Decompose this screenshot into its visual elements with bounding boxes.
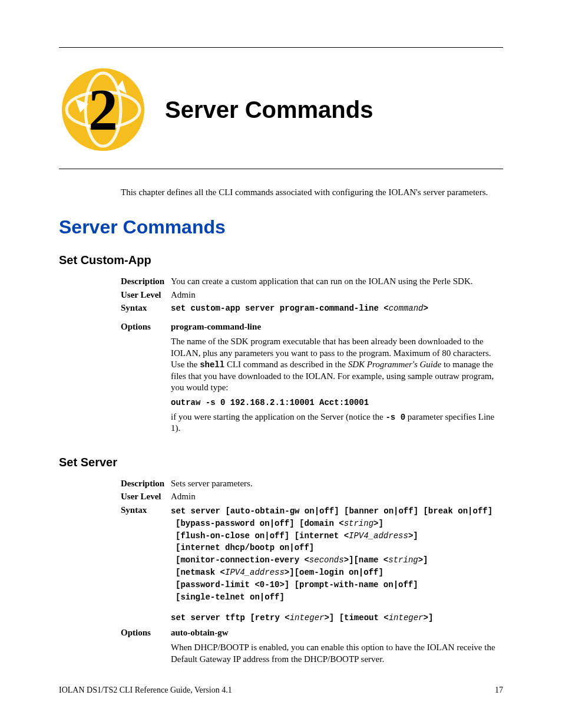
s6b: IPV4_address [225, 568, 285, 577]
syntax-row: Syntax set server [auto-obtain-gw on|off… [121, 505, 503, 624]
s4a: [internet dhcp/bootp on|off] [176, 543, 314, 552]
intro-paragraph: This chapter defines all the CLI command… [121, 187, 503, 199]
user-level-label: User Level [121, 289, 171, 301]
s10b: integer [290, 613, 325, 622]
user-level-value: Admin [171, 289, 503, 301]
s3b: IPV4_address [349, 531, 408, 541]
user-level-label: User Level [121, 491, 171, 503]
page-footer: IOLAN DS1/TS2 CLI Reference Guide, Versi… [59, 685, 503, 696]
syntax-param: command [389, 304, 424, 313]
top-rule [59, 47, 503, 48]
s5d: string [388, 555, 418, 565]
s10d: integer [389, 613, 424, 622]
opt2b: -s 0 [385, 413, 405, 422]
footer-right: 17 [495, 685, 503, 696]
option-text-1: The name of the SDK program executable t… [171, 336, 503, 394]
s2a: [bypass-password on|off] [domain < [176, 519, 344, 528]
syntax-value: set custom-app server program-command-li… [171, 302, 503, 314]
opt1c: CLI command as described in the [224, 360, 348, 369]
options-row: Options auto-obtain-gw When DHCP/BOOTP i… [121, 627, 503, 669]
user-level-row: User Level Admin [121, 491, 503, 503]
syntax-value: set server [auto-obtain-gw on|off] [bann… [171, 505, 503, 624]
document-page: 2 Server Commands This chapter defines a… [0, 0, 562, 728]
description-row: Description You can create a custom appl… [121, 276, 503, 288]
s5b: seconds [309, 555, 344, 565]
options-label: Options [121, 321, 171, 438]
options-label: Options [121, 627, 171, 669]
opt1b: shell [200, 360, 224, 370]
description-label: Description [121, 478, 171, 490]
s2c: >] [373, 519, 384, 528]
set-server-section: Set Server Description Sets server param… [59, 454, 503, 669]
options-row: Options program-command-line The name of… [121, 321, 503, 438]
description-value: Sets server parameters. [171, 478, 503, 490]
description-row: Description Sets server parameters. [121, 478, 503, 490]
set-custom-app-heading: Set Custom-App [59, 252, 503, 268]
s5a: [monitor-connection-every < [176, 555, 309, 565]
syntax-row: Syntax set custom-app server program-com… [121, 302, 503, 314]
opt1d: SDK Programmer's Guide [348, 360, 441, 369]
options-value: auto-obtain-gw When DHCP/BOOTP is enable… [171, 627, 503, 669]
s7a: [password-limit <0-10>] [prompt-with-nam… [176, 580, 418, 589]
option-text-2: if you were starting the application on … [171, 411, 503, 434]
s3c: >] [408, 531, 418, 541]
chapter-header: 2 Server Commands [59, 65, 503, 154]
s6a: [netmask < [176, 568, 225, 577]
s3a: [flush-on-close on|off] [internet < [176, 531, 349, 541]
s10a: set server tftp [retry < [171, 613, 290, 622]
option-text: When DHCP/BOOTP is enabled, you can enab… [171, 642, 503, 665]
user-level-value: Admin [171, 491, 503, 503]
svg-text:2: 2 [88, 77, 118, 142]
chapter-title: Server Commands [165, 94, 373, 125]
opt2a: if you were starting the application on … [171, 412, 385, 421]
syntax-label: Syntax [121, 505, 171, 624]
syntax-suffix: > [423, 304, 428, 313]
syntax-prefix: set custom-app server program-command-li… [171, 304, 389, 313]
s8a: [single-telnet on|off] [176, 592, 285, 602]
s2b: string [344, 519, 373, 528]
set-custom-app-section: Set Custom-App Description You can creat… [59, 252, 503, 438]
set-server-heading: Set Server [59, 454, 503, 470]
description-label: Description [121, 276, 171, 288]
s10e: >] [423, 613, 433, 622]
option-name: program-command-line [171, 321, 503, 333]
chapter-number-icon: 2 [59, 65, 147, 154]
option-name: auto-obtain-gw [171, 627, 503, 639]
syntax-label: Syntax [121, 302, 171, 314]
s1a: set server [auto-obtain-gw on|off] [bann… [171, 506, 492, 516]
footer-left: IOLAN DS1/TS2 CLI Reference Guide, Versi… [59, 685, 232, 696]
chapter-rule [59, 169, 503, 169]
user-level-row: User Level Admin [121, 289, 503, 301]
s10c: >] [timeout < [324, 613, 388, 622]
options-value: program-command-line The name of the SDK… [171, 321, 503, 438]
description-value: You can create a custom application that… [171, 276, 503, 288]
s5c: >][name < [344, 555, 389, 565]
option-example: outraw -s 0 192.168.2.1:10001 Acct:10001 [171, 397, 503, 408]
section-heading: Server Commands [59, 215, 503, 240]
s6c: >][oem-login on|off] [285, 568, 384, 577]
s5e: >] [418, 555, 428, 565]
